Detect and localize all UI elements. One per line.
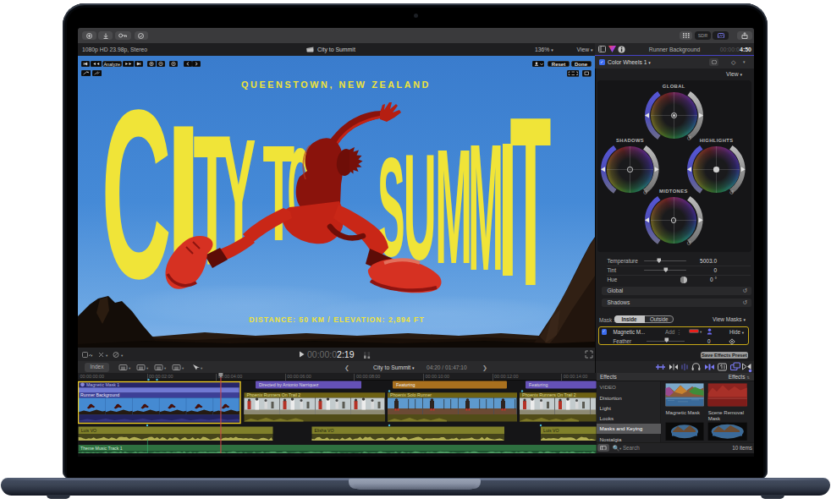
svg-text:DISTANCE: 50 KM / ELEVATION: 2: DISTANCE: 50 KM / ELEVATION: 2,894 FT [249,315,424,324]
svg-text:Magnetic Mask: Magnetic Mask [666,409,701,414]
svg-text:T: T [510,66,552,336]
svg-text:▾: ▾ [146,366,149,370]
svg-text:▾: ▾ [91,353,93,358]
svg-text:Featuring: Featuring [396,382,415,387]
svg-text:Phoenix Solo Runner: Phoenix Solo Runner [390,392,432,397]
svg-text:Mask: Mask [708,415,721,420]
svg-text:QUEENSTOWN, NEW ZEALAND: QUEENSTOWN, NEW ZEALAND [241,79,431,90]
svg-text:Theme Music Track 1: Theme Music Track 1 [80,446,123,451]
svg-text:C: C [102,60,172,328]
svg-text:▾: ▾ [182,366,184,370]
svg-text:Luis VO: Luis VO [81,428,96,433]
svg-text:Featuring: Featuring [529,382,548,387]
svg-text:Magnetic Mask 1: Magnetic Mask 1 [86,382,119,387]
svg-text:Phoenix Runners On Trail 2: Phoenix Runners On Trail 2 [247,392,301,397]
svg-text:Phoenix Runners On Trail 2: Phoenix Runners On Trail 2 [522,392,576,397]
svg-text:Luis VO: Luis VO [543,428,559,433]
svg-text:▾: ▾ [106,353,108,358]
svg-text:▾: ▾ [129,366,131,370]
svg-text:▾: ▾ [201,366,203,370]
svg-text:Runner Background: Runner Background [80,392,119,397]
svg-text:▾: ▾ [121,353,124,358]
svg-text:Scene Removal: Scene Removal [708,409,744,414]
svg-text:▾: ▾ [164,366,167,370]
svg-text:Elisha VO: Elisha VO [315,428,334,433]
svg-text:M: M [435,115,472,298]
svg-text:Directed by Antonio Narriquez: Directed by Antonio Narriquez [259,382,319,387]
